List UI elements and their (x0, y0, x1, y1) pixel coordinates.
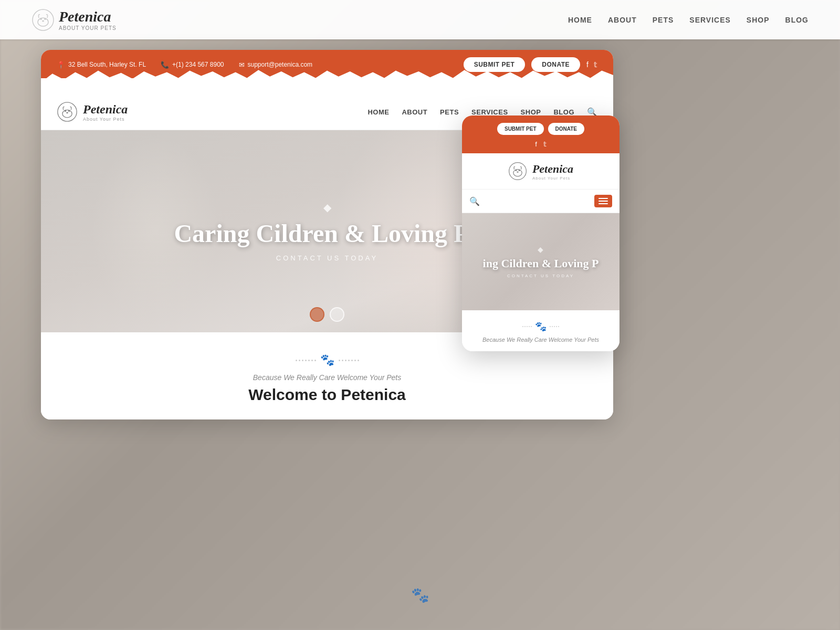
svg-point-14 (517, 171, 518, 172)
svg-point-3 (44, 18, 46, 20)
bg-logo-icon (32, 8, 55, 32)
mobile-dots-left (522, 326, 532, 327)
bg-nav: HOME ABOUT PETS SERVICES SHOP BLOG (568, 16, 808, 24)
mobile-submit-pet-button[interactable]: SUBMIT PET (497, 123, 544, 135)
mobile-dots-right (550, 326, 559, 327)
address-text: 32 Bell South, Harley St. FL (68, 61, 146, 68)
address-item: 📍 32 Bell South, Harley St. FL (57, 61, 146, 69)
card-nav-about[interactable]: ABOUT (402, 108, 427, 116)
mobile-hero: ◆ ing Cildren & Loving P CONTACT US TODA… (462, 213, 620, 310)
bg-logo-sub: About Your Pets (59, 25, 117, 31)
mobile-logo-sub: About Your Pets (532, 176, 573, 181)
mobile-search-icon[interactable]: 🔍 (469, 196, 480, 206)
bg-nav-about[interactable]: ABOUT (608, 16, 637, 24)
phone-item: 📞 +(1) 234 567 8900 (161, 61, 224, 69)
dots-left (296, 360, 316, 361)
email-icon: ✉ (239, 61, 245, 69)
twitter-icon[interactable]: 𝕥 (594, 60, 597, 69)
paw-icon: 🐾 (320, 353, 334, 367)
content-tagline: Because We Really Care Welcome Your Pets (57, 373, 597, 382)
svg-point-0 (33, 9, 54, 30)
card-logo: Petenica About Your Pets (57, 101, 128, 122)
hero-content: ◆ Caring Cildren & Loving Pe CONTACT US … (174, 201, 480, 262)
svg-point-12 (515, 170, 517, 171)
donate-button[interactable]: DONATE (531, 57, 580, 72)
svg-point-10 (509, 163, 527, 180)
hamburger-line-3 (598, 203, 608, 204)
svg-point-7 (65, 110, 67, 112)
card-logo-name: Petenica (83, 102, 128, 117)
mobile-logo-name: Petenica (532, 162, 573, 176)
svg-point-4 (42, 20, 44, 22)
mobile-donate-button[interactable]: DONATE (548, 123, 584, 135)
mobile-hero-content: ◆ ing Cildren & Loving P CONTACT US TODA… (483, 245, 599, 278)
svg-point-9 (66, 112, 68, 113)
hero-subtitle: CONTACT US TODAY (174, 254, 480, 262)
bg-nav-pets[interactable]: PETS (653, 16, 674, 24)
svg-point-13 (519, 170, 520, 171)
svg-point-1 (38, 18, 48, 26)
mobile-search-bar: 🔍 (462, 190, 620, 213)
bg-logo-name: Petenica (59, 8, 117, 25)
facebook-icon[interactable]: f (586, 60, 589, 69)
card-nav-home[interactable]: HOME (368, 108, 389, 116)
mobile-content: 🐾 Because We Really Care Welcome Your Pe… (462, 310, 620, 351)
svg-point-11 (513, 170, 522, 176)
bg-logo-text: Petenica About Your Pets (59, 8, 117, 31)
mobile-facebook-icon[interactable]: f (535, 140, 537, 148)
svg-point-8 (68, 110, 70, 112)
mobile-hero-subtitle: CONTACT US TODAY (483, 274, 599, 278)
mobile-hero-diamond: ◆ (483, 245, 599, 254)
email-text: support@petenica.com (248, 61, 313, 68)
card-nav-shop[interactable]: SHOP (521, 108, 541, 116)
card-nav-pets[interactable]: PETS (440, 108, 459, 116)
torn-edge (41, 78, 613, 94)
bottom-paw-icon: 🐾 (411, 586, 429, 604)
mobile-paw-icon: 🐾 (535, 321, 547, 332)
hamburger-button[interactable] (594, 195, 612, 207)
phone-text: +(1) 234 567 8900 (172, 61, 224, 68)
contact-info: 📍 32 Bell South, Harley St. FL 📞 +(1) 23… (57, 61, 312, 69)
hamburger-line-2 (598, 201, 608, 202)
slider-dot-2[interactable] (330, 307, 344, 322)
bg-nav-services[interactable]: SERVICES (689, 16, 731, 24)
phone-icon: 📞 (161, 61, 169, 69)
location-icon: 📍 (57, 61, 65, 69)
mobile-logo-area: Petenica About Your Pets (462, 153, 620, 190)
bg-nav-blog[interactable]: BLOG (785, 16, 808, 24)
hamburger-line-1 (598, 198, 608, 199)
card-logo-icon (57, 101, 78, 122)
mobile-hero-title: ing Cildren & Loving P (483, 257, 599, 270)
mobile-tagline: Because We Really Care Welcome Your Pets (470, 337, 611, 343)
slider-dot-1[interactable] (310, 307, 324, 322)
submit-pet-button[interactable]: SUBMIT PET (464, 57, 526, 72)
svg-point-2 (40, 18, 42, 20)
dots-right (339, 360, 359, 361)
svg-point-5 (58, 102, 77, 121)
mobile-paw-divider: 🐾 (470, 321, 611, 332)
card-logo-text: Petenica About Your Pets (83, 102, 128, 122)
card-nav-services[interactable]: SERVICES (471, 108, 508, 116)
mobile-card: SUBMIT PET DONATE f 𝕥 Petenica About You… (462, 116, 620, 351)
card-nav-blog[interactable]: BLOG (553, 108, 574, 116)
bg-logo: Petenica About Your Pets (32, 8, 117, 32)
svg-point-6 (62, 110, 72, 118)
mobile-orange-bar: SUBMIT PET DONATE f 𝕥 (462, 116, 620, 153)
mobile-buttons: SUBMIT PET DONATE (470, 123, 611, 135)
background-top-nav: Petenica About Your Pets HOME ABOUT PETS… (0, 0, 840, 39)
bg-nav-shop[interactable]: SHOP (747, 16, 770, 24)
email-item: ✉ support@petenica.com (239, 61, 313, 69)
mobile-social: f 𝕥 (470, 140, 611, 148)
mobile-logo-icon (508, 162, 527, 181)
hero-title: Caring Cildren & Loving Pe (174, 219, 480, 248)
bg-nav-home[interactable]: HOME (568, 16, 592, 24)
hero-diamond: ◆ (174, 201, 480, 214)
mobile-twitter-icon[interactable]: 𝕥 (543, 140, 547, 148)
slider-dots (310, 307, 344, 322)
section-title: Welcome to Petenica (57, 386, 597, 404)
card-logo-sub: About Your Pets (83, 117, 128, 122)
social-icons: f 𝕥 (586, 60, 597, 69)
paw-divider: 🐾 (57, 353, 597, 367)
mobile-logo-text: Petenica About Your Pets (532, 162, 573, 181)
topbar-right: SUBMIT PET DONATE f 𝕥 (464, 57, 597, 72)
